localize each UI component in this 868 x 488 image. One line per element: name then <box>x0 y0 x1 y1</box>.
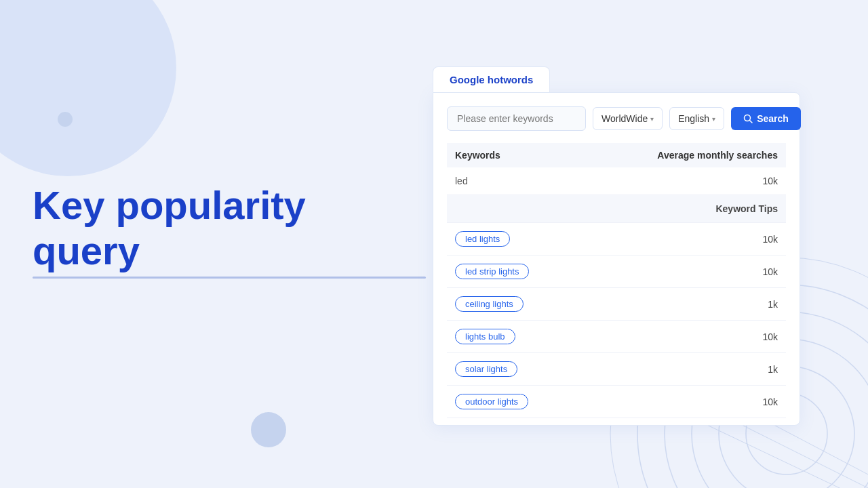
search-input[interactable] <box>447 106 586 131</box>
keyword-tag[interactable]: solar lights <box>455 361 517 377</box>
search-icon <box>743 114 753 123</box>
col-monthly: Average monthly searches <box>582 143 786 167</box>
hero-underline <box>33 277 426 279</box>
cell-keyword-tag: ceiling lights <box>447 288 582 321</box>
cell-keyword-tag: outdoor lights <box>447 386 582 418</box>
table-row: lights bulb 10k <box>447 321 786 353</box>
keyword-tag[interactable]: led lights <box>455 231 510 247</box>
table-header-row: Keywords Average monthly searches <box>447 143 786 167</box>
table-row: solar lights 1k <box>447 353 786 386</box>
cell-searches: 10k <box>582 256 786 288</box>
cell-keyword-tag: solar lights <box>447 353 582 386</box>
table-row: led lights 10k <box>447 223 786 256</box>
cell-searches: 1k <box>582 288 786 321</box>
keyword-tag[interactable]: lights bulb <box>455 329 515 344</box>
language-dropdown[interactable]: English ▾ <box>669 107 724 130</box>
col-keywords: Keywords <box>447 143 582 167</box>
search-button[interactable]: Search <box>731 107 801 130</box>
keyword-tag[interactable]: outdoor lights <box>455 394 528 409</box>
keyword-tips-label: Keyword Tips <box>447 195 786 223</box>
keyword-tag[interactable]: ceiling lights <box>455 296 524 312</box>
bg-circle-mid-left <box>58 112 73 127</box>
panel-content: WorldWide ▾ English ▾ Search Keywords Av… <box>433 92 800 426</box>
keyword-tips-header: Keyword Tips <box>447 195 786 223</box>
cell-keyword: led <box>447 167 582 195</box>
region-label: WorldWide <box>601 113 648 124</box>
cell-searches: 10k <box>582 223 786 256</box>
hero-title: Key popularity query <box>33 183 412 273</box>
main-panel: Google hotwords WorldWide ▾ English ▾ Se… <box>433 66 800 426</box>
tab-google-hotwords[interactable]: Google hotwords <box>433 66 550 92</box>
table-row: led strip lights 10k <box>447 256 786 288</box>
cell-searches: 10k <box>582 321 786 353</box>
search-row: WorldWide ▾ English ▾ Search <box>447 106 786 131</box>
bg-circle-top-left <box>0 0 176 176</box>
region-dropdown[interactable]: WorldWide ▾ <box>593 107 663 130</box>
cell-searches: 10k <box>582 386 786 418</box>
table-row: ceiling lights 1k <box>447 288 786 321</box>
results-table: Keywords Average monthly searches led 10… <box>447 143 786 418</box>
cell-keyword-tag: led lights <box>447 223 582 256</box>
cell-keyword-tag: led strip lights <box>447 256 582 288</box>
cell-searches: 1k <box>582 353 786 386</box>
bg-circle-bottom-left <box>251 412 286 447</box>
language-label: English <box>678 113 709 124</box>
table-row: led 10k <box>447 167 786 195</box>
keyword-tag[interactable]: led strip lights <box>455 264 529 279</box>
svg-line-10 <box>750 121 753 123</box>
language-chevron-icon: ▾ <box>712 115 715 123</box>
search-button-label: Search <box>757 113 789 124</box>
cell-searches: 10k <box>582 167 786 195</box>
table-row: outdoor lights 10k <box>447 386 786 418</box>
cell-keyword-tag: lights bulb <box>447 321 582 353</box>
region-chevron-icon: ▾ <box>650 115 654 123</box>
